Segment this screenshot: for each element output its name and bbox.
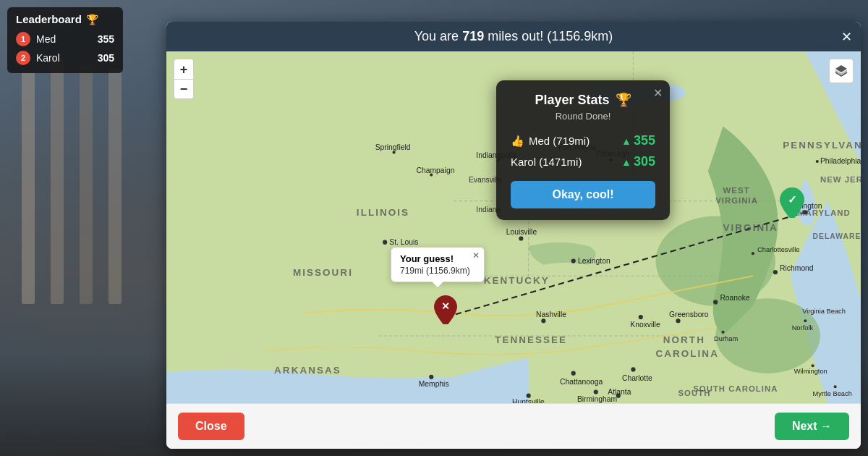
svg-point-45 xyxy=(773,270,778,274)
svg-text:KENTUCKY: KENTUCKY xyxy=(484,275,550,286)
zoom-in-button[interactable]: + xyxy=(174,59,194,79)
player-stats-name-2: Karol (1471mi) xyxy=(511,156,582,168)
layers-icon xyxy=(834,64,848,78)
svg-text:Richmond: Richmond xyxy=(780,264,814,272)
svg-point-67 xyxy=(804,319,807,322)
player-stats-player-1: Med (719mi) xyxy=(529,135,590,147)
svg-text:Charlottesville: Charlottesville xyxy=(757,246,799,253)
svg-point-35 xyxy=(541,318,545,323)
svg-text:Greensboro: Greensboro xyxy=(669,311,709,318)
player-stats-close-button[interactable]: ✕ xyxy=(653,86,663,100)
rank-badge-2: 2 xyxy=(16,51,30,65)
guess-marker: ✕ xyxy=(434,295,457,327)
svg-text:VIRGINIA: VIRGINIA xyxy=(715,196,758,205)
leaderboard-row-2: 2 Karol 305 xyxy=(16,48,114,67)
svg-text:TENNESSEE: TENNESSEE xyxy=(495,334,567,345)
guess-tooltip-distance: 719mi (1156.9km) xyxy=(400,266,475,276)
player-stats-row-2: Karol (1471mi) ▲ 305 xyxy=(511,151,655,172)
svg-text:Huntsville: Huntsville xyxy=(512,398,545,403)
svg-text:NEW JERSEY: NEW JERSEY xyxy=(820,175,861,184)
score-value-1: 355 xyxy=(634,133,655,148)
player-stats-score-1: ▲ 355 xyxy=(621,133,655,148)
zoom-controls: + − xyxy=(174,59,194,99)
player-name-2: Karol xyxy=(36,52,92,64)
svg-text:Norfolk: Norfolk xyxy=(792,324,814,332)
svg-text:WEST: WEST xyxy=(723,186,750,195)
svg-text:Roanoke: Roanoke xyxy=(720,294,750,302)
svg-text:Myrtle Beach: Myrtle Beach xyxy=(813,390,852,397)
player-stats-score-2: ▲ 305 xyxy=(621,154,655,169)
trophy-icon: 🏆 xyxy=(86,14,98,25)
modal-close-button[interactable]: ✕ xyxy=(841,29,852,45)
player-name-1: Med xyxy=(36,33,92,45)
next-button[interactable]: Next → xyxy=(775,413,849,440)
svg-text:PENNSYLVANIA: PENNSYLVANIA xyxy=(783,140,861,151)
svg-point-31 xyxy=(571,258,576,263)
player-score-1: 355 xyxy=(98,33,114,45)
svg-text:✓: ✓ xyxy=(788,193,797,206)
score-arrow-2: ▲ xyxy=(621,156,631,168)
target-marker: ✓ xyxy=(780,187,804,221)
guess-tooltip-title: Your guess! xyxy=(400,253,475,264)
svg-point-37 xyxy=(429,375,433,379)
svg-text:St. Louis: St. Louis xyxy=(389,238,418,246)
svg-text:MISSOURI: MISSOURI xyxy=(293,267,353,278)
player-stats-popup: ✕ Player Stats 🏆 Round Done! 👍 Med (719m… xyxy=(496,80,670,220)
svg-text:NORTH: NORTH xyxy=(663,334,705,345)
svg-text:Champaign: Champaign xyxy=(417,166,455,174)
player-stats-icon-1: 👍 xyxy=(511,135,524,148)
layer-button[interactable] xyxy=(829,59,854,83)
player-stats-subtitle: Round Done! xyxy=(511,111,655,122)
svg-text:Lexington: Lexington xyxy=(578,257,610,265)
guess-tooltip-close-button[interactable]: ✕ xyxy=(472,250,480,261)
player-stats-player-2: Karol (1471mi) xyxy=(511,156,582,168)
svg-text:Knoxville: Knoxville xyxy=(630,321,660,329)
guess-pin-svg: ✕ xyxy=(434,295,457,324)
svg-point-65 xyxy=(639,315,643,319)
svg-point-39 xyxy=(631,367,635,371)
svg-text:Wilmington: Wilmington xyxy=(794,368,827,375)
leaderboard-panel: Leaderboard 🏆 1 Med 355 2 Karol 305 xyxy=(7,7,123,73)
player-stats-row-1: 👍 Med (719mi) ▲ 355 xyxy=(511,130,655,151)
score-value-2: 305 xyxy=(634,154,655,169)
svg-point-79 xyxy=(816,160,819,163)
distance-km: (1156.9km) xyxy=(547,29,613,43)
target-pin-svg: ✓ xyxy=(780,187,804,218)
header-text: You are 719 miles out! (1156.9km) xyxy=(414,29,613,43)
close-modal-button[interactable]: Close xyxy=(178,413,244,440)
svg-text:Louisville: Louisville xyxy=(506,228,537,236)
svg-point-63 xyxy=(527,394,531,398)
svg-point-43 xyxy=(713,300,718,304)
svg-text:Birmingham: Birmingham xyxy=(577,395,617,403)
svg-text:DELAWARE: DELAWARE xyxy=(813,232,861,240)
svg-point-41 xyxy=(676,318,680,323)
player-stats-title: Player Stats xyxy=(535,93,609,108)
svg-text:Nashville: Nashville xyxy=(536,311,566,318)
svg-point-27 xyxy=(383,240,387,245)
player-stats-header: Player Stats 🏆 xyxy=(511,92,655,108)
okay-cool-button[interactable]: Okay, cool! xyxy=(511,181,655,208)
svg-point-49 xyxy=(571,371,576,376)
svg-text:Charlotte: Charlotte xyxy=(622,374,652,382)
distance-miles: 719 xyxy=(462,29,484,43)
svg-text:Durham: Durham xyxy=(714,335,738,342)
score-arrow-1: ▲ xyxy=(621,135,631,147)
svg-point-33 xyxy=(519,236,523,240)
modal-header: You are 719 miles out! (1156.9km) ✕ xyxy=(166,22,861,51)
svg-text:ILLINOIS: ILLINOIS xyxy=(357,207,409,218)
svg-point-71 xyxy=(834,385,837,388)
player-stats-trophy: 🏆 xyxy=(616,92,631,108)
zoom-out-button[interactable]: − xyxy=(174,79,194,99)
svg-point-73 xyxy=(752,252,754,255)
leaderboard-label: Leaderboard xyxy=(16,13,82,25)
svg-text:CAROLINA: CAROLINA xyxy=(655,348,718,359)
leaderboard-row-1: 1 Med 355 xyxy=(16,30,114,48)
guess-tooltip: ✕ Your guess! 719mi (1156.9km) xyxy=(391,247,485,282)
leaderboard-title: Leaderboard 🏆 xyxy=(16,13,114,25)
rank-badge-1: 1 xyxy=(16,32,30,46)
svg-text:ARKANSAS: ARKANSAS xyxy=(274,365,341,376)
svg-text:SOUTH CAROLINA: SOUTH CAROLINA xyxy=(693,384,778,393)
svg-text:Memphis: Memphis xyxy=(419,380,449,388)
svg-point-61 xyxy=(594,389,598,394)
result-modal: You are 719 miles out! (1156.9km) ✕ xyxy=(166,22,861,449)
